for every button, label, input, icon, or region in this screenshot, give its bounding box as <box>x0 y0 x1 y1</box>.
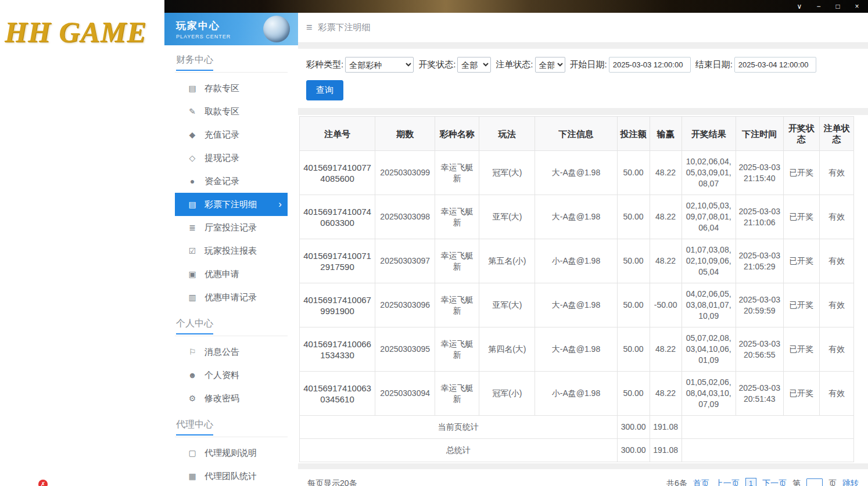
sidebar-item-agent-rules[interactable]: ▢ 代理规则说明 <box>175 441 288 465</box>
bet-status-select[interactable]: 全部 <box>535 57 565 73</box>
draw-status-label: 开奖状态: <box>418 59 455 70</box>
end-date-input[interactable] <box>734 57 816 73</box>
col-period: 期数 <box>375 117 435 151</box>
bet-time-cell: 2025-03-03 20:51:43 <box>736 372 783 416</box>
sidebar-item-label: 消息公告 <box>205 347 239 358</box>
bet-status-cell: 有效 <box>819 372 853 416</box>
table-header-row: 注单号 期数 彩种名称 玩法 下注信息 投注额 输赢 开奖结果 下注时间 开奖状… <box>300 117 854 151</box>
maximize-button[interactable]: □ <box>834 1 842 12</box>
sidebar-item-lottery-bet-details[interactable]: ▤ 彩票下注明细 › <box>175 193 288 216</box>
table-row: 401569174100740603300 20250303098 幸运飞艇新 … <box>300 195 854 239</box>
total-count-text: 共6条 <box>666 478 687 486</box>
page-summary-label: 当前页统计 <box>300 416 618 439</box>
sidebar-item-label: 充值记录 <box>205 129 239 141</box>
play-type-cell: 冠军(小) <box>479 372 535 416</box>
sidebar-item-hall-bet-records[interactable]: ≣ 厅室投注记录 <box>175 216 288 239</box>
table-row: 401569174100774085600 20250303099 幸运飞艇新 … <box>300 151 854 195</box>
draw-status-cell: 已开奖 <box>783 283 819 327</box>
bet-status-cell: 有效 <box>819 151 853 195</box>
bet-info-cell: 小-A盘@1.98 <box>535 239 617 283</box>
start-date-label: 开始日期: <box>570 59 607 70</box>
first-page-link[interactable]: 首页 <box>693 478 709 486</box>
sidebar-item-label: 厅室投注记录 <box>205 222 257 233</box>
win-loss-cell: 48.22 <box>650 195 682 239</box>
gear-icon: ⚙ <box>188 394 197 403</box>
sidebar-item-messages[interactable]: ⚐ 消息公告 <box>175 340 288 363</box>
bet-status-cell: 有效 <box>819 195 853 239</box>
sidebar-item-label: 存款专区 <box>205 83 239 94</box>
sidebar-header: 玩家中心 PLAYERS CENTER <box>164 13 298 45</box>
col-bet-number: 注单号 <box>300 117 375 151</box>
table-row: 401569174100712917590 20250303097 幸运飞艇新 … <box>300 239 854 283</box>
col-play-type: 玩法 <box>479 117 535 151</box>
period-cell: 20250303099 <box>375 151 435 195</box>
bet-amount-cell: 50.00 <box>617 195 650 239</box>
table-row: 401569174100661534330 20250303095 幸运飞艇新 … <box>300 327 854 372</box>
bet-time-cell: 2025-03-03 21:10:06 <box>736 195 783 239</box>
sidebar-item-withdraw-zone[interactable]: ✎ 取款专区 <box>175 100 288 123</box>
page-summary-row: 当前页统计 300.00 191.08 <box>300 416 854 439</box>
period-cell: 20250303095 <box>375 327 435 372</box>
col-lottery-name: 彩种名称 <box>435 117 479 151</box>
sidebar-item-player-bet-report[interactable]: ☑ 玩家投注报表 <box>175 239 288 262</box>
draw-status-cell: 已开奖 <box>783 239 819 283</box>
bets-table-card: 注单号 期数 彩种名称 玩法 下注信息 投注额 输赢 开奖结果 下注时间 开奖状… <box>298 115 868 463</box>
next-page-link[interactable]: 下一页 <box>762 478 787 486</box>
bet-time-cell: 2025-03-03 21:05:29 <box>736 239 783 283</box>
close-button[interactable]: × <box>853 1 861 12</box>
records-icon: ▥ <box>188 293 197 302</box>
sidebar-item-deposit-zone[interactable]: ▤ 存款专区 <box>175 77 288 100</box>
bet-amount-cell: 50.00 <box>617 151 650 195</box>
app-window: HH GAME ✗ ∨ − □ × 玩家中心 PLAYERS CENTER <box>0 0 868 486</box>
error-badge-icon[interactable]: ✗ <box>38 480 48 486</box>
bet-number-cell: 401569174100661534330 <box>300 327 375 372</box>
lottery-name-cell: 幸运飞艇新 <box>435 239 479 283</box>
user-icon: ☻ <box>188 370 197 380</box>
sidebar-item-agent-team-stats[interactable]: ▦ 代理团队统计 <box>175 465 288 486</box>
bet-amount-cell: 50.00 <box>617 372 650 416</box>
sidebar-item-label: 修改密码 <box>205 393 239 404</box>
sidebar-item-withdrawal-records[interactable]: ◇ 提现记录 <box>175 146 288 170</box>
period-cell: 20250303096 <box>375 283 435 327</box>
bet-amount-cell: 50.00 <box>617 283 650 327</box>
start-date-input[interactable] <box>609 57 691 73</box>
section-title-personal: 个人中心 <box>175 309 288 336</box>
current-page-button[interactable]: 1 <box>745 478 756 486</box>
bet-time-cell: 2025-03-03 21:15:40 <box>736 151 783 195</box>
sidebar-item-recharge-records[interactable]: ◆ 充值记录 <box>175 123 288 146</box>
jump-link[interactable]: 跳转 <box>842 478 859 486</box>
sidebar-item-change-password[interactable]: ⚙ 修改密码 <box>175 387 288 410</box>
col-bet-amount: 投注额 <box>617 117 650 151</box>
draw-result-cell: 05,07,02,08,03,04,10,06,01,09 <box>682 327 736 372</box>
left-pane: HH GAME ✗ <box>0 0 164 486</box>
prev-page-link[interactable]: 上一页 <box>715 478 740 486</box>
lottery-name-cell: 幸运飞艇新 <box>435 151 479 195</box>
per-page-text: 每页显示20条 <box>307 478 357 486</box>
lottery-name-cell: 幸运飞艇新 <box>435 327 479 372</box>
minimize-button[interactable]: − <box>815 1 823 12</box>
col-bet-info: 下注信息 <box>535 117 617 151</box>
grand-summary-win-total: 191.08 <box>650 439 682 462</box>
draw-status-cell: 已开奖 <box>783 151 819 195</box>
hamburger-icon[interactable]: ≡ <box>306 21 313 34</box>
sidebar-item-promo-apply[interactable]: ▣ 优惠申请 <box>175 262 288 286</box>
sidebar-item-profile[interactable]: ☻ 个人资料 <box>175 363 288 387</box>
sidebar-item-label: 玩家投注报表 <box>205 246 257 257</box>
draw-result-cell: 01,05,02,06,08,04,03,10,07,09 <box>682 372 736 416</box>
win-loss-cell: -50.00 <box>650 283 682 327</box>
gift-icon: ▣ <box>188 269 197 279</box>
draw-status-select[interactable]: 全部 <box>457 57 491 73</box>
bets-table: 注单号 期数 彩种名称 玩法 下注信息 投注额 输赢 开奖结果 下注时间 开奖状… <box>299 116 854 462</box>
window-menu-button[interactable]: ∨ <box>795 1 804 12</box>
sidebar-item-fund-records[interactable]: ● 资金记录 <box>175 170 288 193</box>
lottery-type-select[interactable]: 全部彩种 <box>345 57 414 73</box>
query-button[interactable]: 查询 <box>306 80 343 100</box>
funds-icon: ● <box>188 177 197 186</box>
col-draw-result: 开奖结果 <box>682 117 736 151</box>
page-jump-input[interactable] <box>806 478 823 486</box>
section-title-finance: 财务中心 <box>175 45 288 73</box>
win-loss-cell: 48.22 <box>650 239 682 283</box>
sidebar-item-promo-apply-records[interactable]: ▥ 优惠申请记录 <box>175 286 288 309</box>
page-summary-bet-total: 300.00 <box>617 416 650 439</box>
draw-status-cell: 已开奖 <box>783 327 819 372</box>
